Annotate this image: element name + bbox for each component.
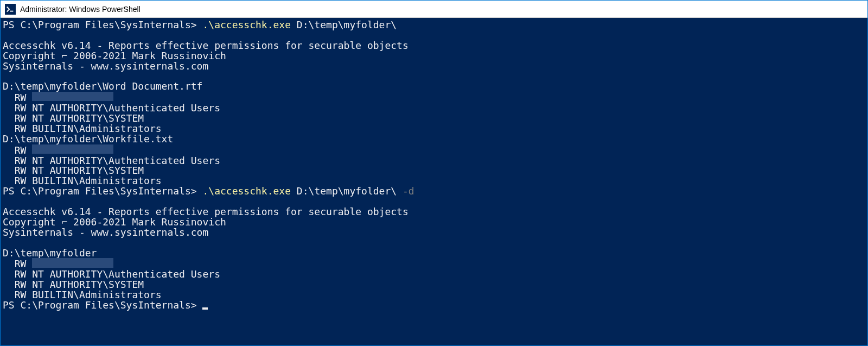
- rw-prefix: RW: [3, 258, 32, 269]
- command-exec: .\accesschk.exe: [202, 19, 291, 30]
- titlebar[interactable]: Administrator: Windows PowerShell: [1, 1, 867, 18]
- cursor: [202, 307, 208, 310]
- svg-rect-0: [5, 4, 15, 14]
- banner-line: Accesschk v6.14 - Reports effective perm…: [3, 41, 867, 51]
- banner-line: Copyright ⌐ 2006-2021 Mark Russinovich: [3, 217, 867, 228]
- output-path: D:\temp\myfolder\Workfile.txt: [3, 134, 867, 144]
- window-title: Administrator: Windows PowerShell: [20, 5, 141, 14]
- powershell-window: Administrator: Windows PowerShell PS C:\…: [0, 0, 868, 346]
- prompt-line: PS C:\Program Files\SysInternals> .\acce…: [3, 20, 867, 30]
- rw-prefix: RW: [3, 144, 32, 156]
- prompt-path: PS C:\Program Files\SysInternals>: [3, 299, 202, 311]
- output-path: D:\temp\myfolder: [3, 248, 867, 259]
- prompt-line: PS C:\Program Files\SysInternals>: [3, 300, 867, 311]
- prompt-path: PS C:\Program Files\SysInternals>: [3, 19, 202, 30]
- output-path: D:\temp\myfolder\Word Document.rtf: [3, 81, 867, 92]
- banner-line: Copyright ⌐ 2006-2021 Mark Russinovich: [3, 51, 867, 61]
- redacted-user: [32, 92, 113, 101]
- rw-prefix: RW: [3, 92, 32, 103]
- command-args: D:\temp\myfolder\: [291, 185, 403, 197]
- command-args: D:\temp\myfolder\: [291, 19, 397, 30]
- permission-line: RW: [3, 144, 867, 156]
- permission-line: RW: [3, 92, 867, 103]
- banner-line: Sysinternals - www.sysinternals.com: [3, 61, 867, 72]
- redacted-user: [32, 144, 113, 154]
- permission-line: RW: [3, 258, 867, 269]
- command-exec: .\accesschk.exe: [202, 185, 291, 197]
- redacted-user: [32, 258, 113, 267]
- command-flag: -d: [403, 185, 414, 197]
- blank-line: [3, 238, 867, 248]
- blank-line: [3, 30, 867, 41]
- permission-line: RW BUILTIN\Administrators: [3, 124, 867, 134]
- prompt-line: PS C:\Program Files\SysInternals> .\acce…: [3, 186, 867, 197]
- banner-line: Sysinternals - www.sysinternals.com: [3, 228, 867, 238]
- prompt-path: PS C:\Program Files\SysInternals>: [3, 185, 202, 197]
- terminal-output[interactable]: PS C:\Program Files\SysInternals> .\acce…: [1, 18, 867, 345]
- powershell-icon: [5, 4, 16, 15]
